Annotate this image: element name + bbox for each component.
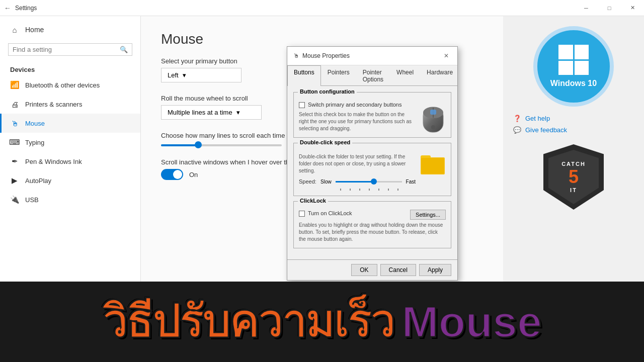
button-config-section: Button configuration Switch primary and … [293, 92, 451, 138]
speed-dot [359, 189, 360, 191]
dialog-footer: OK Cancel Apply [287, 259, 457, 280]
primary-button-value: Left [168, 71, 179, 79]
speed-thumb[interactable] [371, 178, 377, 185]
page-title: Mouse [161, 31, 483, 47]
tab-pointers[interactable]: Pointers [321, 65, 356, 86]
sidebar-item-usb[interactable]: 🔌 USB [0, 190, 140, 209]
printers-icon: 🖨 [10, 100, 19, 109]
speed-track[interactable] [336, 181, 402, 183]
win-logo-pane-tl [558, 45, 573, 59]
toggle-label: On [189, 171, 198, 178]
svg-rect-7 [421, 158, 444, 174]
sidebar-item-typing-label: Typing [25, 139, 44, 146]
clicklock-checkbox[interactable] [299, 211, 305, 217]
scroll-chevron-icon: ▾ [236, 109, 240, 116]
cancel-button[interactable]: Cancel [380, 264, 416, 276]
win-logo-pane-bl [558, 61, 573, 75]
lines-slider-fill [161, 144, 197, 146]
close-button[interactable]: ✕ [621, 0, 644, 16]
ok-button[interactable]: OK [351, 264, 377, 276]
lines-slider-track[interactable] [161, 144, 282, 146]
dialog-mouse-icon: 🖱 [293, 52, 299, 59]
bluetooth-icon: 📶 [10, 80, 19, 89]
tab-buttons[interactable]: Buttons [287, 65, 321, 86]
dialog-close-button[interactable]: ✕ [441, 51, 451, 61]
switch-button-row: Switch primary and secondary buttons [299, 102, 416, 108]
clicklock-section: ClickLock Turn on ClickLock Settings... … [293, 201, 451, 248]
sidebar-item-bluetooth-label: Bluetooth & other devices [25, 81, 100, 89]
titlebar-title: Settings [15, 5, 37, 12]
lines-slider-thumb[interactable] [195, 141, 202, 148]
slow-label: Slow [320, 179, 332, 185]
switch-desc: Select this check box to make the button… [299, 111, 416, 132]
back-icon[interactable]: ← [4, 4, 11, 12]
search-input[interactable] [13, 46, 120, 53]
mouse-banner-text: Mouse [401, 300, 542, 344]
fast-label: Fast [406, 179, 416, 185]
dialog-tabs: Buttons Pointers Pointer Options Wheel H… [287, 65, 457, 86]
dialog-overlay: 🖱 Mouse Properties ✕ Buttons Pointers Po… [141, 16, 503, 282]
switch-checkbox[interactable] [299, 102, 305, 108]
home-icon: ⌂ [10, 25, 19, 34]
win-logo-pane-tr [575, 45, 589, 59]
sidebar-item-autoplay[interactable]: ▶ AutoPlay [0, 171, 140, 190]
sidebar-item-pen-label: Pen & Windows Ink [25, 158, 82, 165]
get-help-link[interactable]: ❓ Get help [513, 115, 634, 122]
inactive-toggle[interactable] [161, 169, 183, 180]
help-links: ❓ Get help 💬 Give feedback [513, 115, 634, 134]
clicklock-settings-button[interactable]: Settings... [410, 210, 446, 220]
windows-logo-circle: Windows 10 [533, 26, 614, 107]
thai-text: วิธีปรับความเร็ว [102, 300, 393, 344]
mouse-image [421, 100, 446, 136]
sidebar-section-title: Devices [0, 60, 140, 75]
tab-pointer-options[interactable]: Pointer Options [356, 65, 390, 86]
primary-button-dropdown[interactable]: Left ▾ [161, 68, 242, 82]
sidebar-item-mouse[interactable]: 🖱 Mouse [0, 114, 140, 133]
sidebar-item-usb-label: USB [25, 196, 39, 204]
maximize-button[interactable]: □ [598, 0, 621, 16]
windows-version-text: Windows 10 [550, 79, 597, 88]
dialog-title: Mouse Properties [302, 52, 350, 59]
win-logo-pane-br [575, 61, 589, 75]
usb-icon: 🔌 [10, 195, 19, 204]
speed-dot [397, 189, 398, 191]
dropdown-chevron-icon: ▾ [183, 71, 186, 79]
titlebar: ← Settings ─ □ ✕ [0, 0, 644, 16]
speed-dot [369, 189, 370, 191]
sidebar-item-autoplay-label: AutoPlay [25, 177, 51, 185]
svg-point-4 [431, 125, 435, 129]
catch5it-badge: CATCH 5 IT [538, 142, 609, 212]
speed-dot [388, 189, 389, 191]
scroll-dropdown[interactable]: Multiple lines at a time ▾ [161, 105, 262, 120]
give-feedback-link[interactable]: 💬 Give feedback [513, 126, 634, 134]
tab-hardware[interactable]: Hardware [420, 65, 459, 86]
badge-number: 5 [569, 168, 579, 186]
badge-it-text: IT [570, 187, 577, 193]
dialog-titlebar-left: 🖱 Mouse Properties [293, 52, 350, 59]
bottom-banner: วิธีปรับความเร็ว Mouse [0, 282, 644, 362]
tab-wheel[interactable]: Wheel [390, 65, 420, 86]
sidebar-item-typing[interactable]: ⌨ Typing [0, 133, 140, 152]
dbl-click-section: Double-click speed Double-click the fold… [293, 143, 451, 196]
sidebar-item-pen[interactable]: ✒ Pen & Windows Ink [0, 152, 140, 171]
minimize-button[interactable]: ─ [575, 0, 598, 16]
search-box[interactable]: 🔍 [8, 43, 132, 56]
folder-icon-container[interactable] [421, 151, 446, 177]
search-icon: 🔍 [120, 46, 128, 53]
apply-button[interactable]: Apply [419, 264, 451, 276]
speed-dot [378, 189, 379, 191]
autoplay-icon: ▶ [10, 176, 19, 185]
get-help-label: Get help [525, 115, 550, 122]
sidebar-item-bluetooth[interactable]: 📶 Bluetooth & other devices [0, 75, 140, 95]
windows-logo [558, 45, 589, 75]
speed-dot [350, 189, 351, 191]
pen-icon: ✒ [10, 157, 19, 166]
mouse-icon: 🖱 [10, 119, 19, 128]
sidebar-item-printers[interactable]: 🖨 Printers & scanners [0, 95, 140, 114]
sidebar-item-home[interactable]: ⌂ Home [0, 20, 140, 39]
mouse-properties-dialog: 🖱 Mouse Properties ✕ Buttons Pointers Po… [287, 46, 458, 281]
toggle-knob [173, 170, 182, 179]
speed-label: Speed: [299, 178, 316, 185]
speed-dots [339, 189, 399, 191]
badge-inner: CATCH 5 IT [548, 150, 599, 204]
